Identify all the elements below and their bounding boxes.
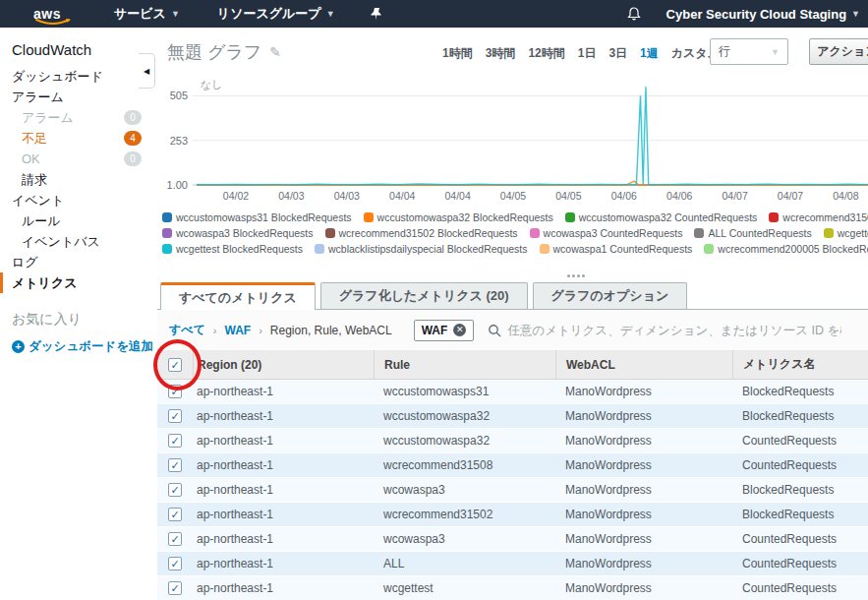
sidebar-item-請求[interactable]: 請求	[0, 169, 157, 190]
svg-text:04/06: 04/06	[666, 190, 692, 202]
table-row[interactable]: ✓ap-northeast-1wccustomowaspa32ManoWordp…	[157, 429, 868, 453]
sidebar-item-ログ[interactable]: ログ	[0, 252, 157, 272]
row-checkbox[interactable]: ✓	[168, 581, 182, 595]
panel-resize-handle[interactable]	[564, 272, 588, 278]
cell-region: ap-northeast-1	[193, 458, 374, 472]
breadcrumb-all[interactable]: すべて	[169, 322, 205, 338]
row-checkbox-cell: ✓	[157, 557, 193, 570]
time-range-1日[interactable]: 1日	[578, 45, 597, 62]
account-menu[interactable]: Cyber Security Cloud Staging ▼	[666, 7, 860, 22]
sidebar-item-ダッシュボード[interactable]: ダッシュボード	[0, 66, 157, 87]
column-header-metric-name[interactable]: メトリクス名	[732, 350, 868, 380]
table-row[interactable]: ✓ap-northeast-1wcrecommend31508ManoWordp…	[157, 453, 868, 478]
legend-row: wcgettest BlockedRequestswcblacklistipsd…	[162, 241, 868, 257]
time-range-1週[interactable]: 1週	[640, 45, 659, 62]
legend-item[interactable]: wccustomowaspa32 CountedRequests	[565, 211, 758, 223]
add-dashboard-link[interactable]: + ダッシュボードを追加	[0, 338, 157, 355]
table-row[interactable]: ✓ap-northeast-1ALLManoWordpressCountedRe…	[157, 552, 868, 576]
legend-item[interactable]: wccustomowaspa32 BlockedRequests	[364, 211, 553, 223]
tab-グラフ化したメトリクス (20)[interactable]: グラフ化したメトリクス (20)	[320, 282, 528, 309]
waf-filter-tag[interactable]: WAF ✕	[414, 320, 475, 341]
select-all-checkbox[interactable]: ✓	[168, 358, 182, 372]
pin-icon[interactable]	[371, 8, 381, 21]
legend-item[interactable]: wccustomowasps31 BlockedRequests	[162, 211, 352, 223]
sidebar-collapse-button[interactable]: ◀	[139, 53, 155, 89]
legend-label: wcrecommend31502 BlockedRequests	[339, 227, 518, 239]
legend-item[interactable]: wcowaspa3 BlockedRequests	[162, 227, 314, 239]
row-checkbox-cell: ✓	[157, 409, 193, 423]
sidebar-item-イベント[interactable]: イベント	[0, 190, 157, 210]
legend-item[interactable]: wcowaspa3 CountedRequests	[530, 227, 683, 239]
breadcrumb-waf[interactable]: WAF	[225, 324, 252, 337]
legend-color-swatch	[162, 212, 172, 222]
sidebar-item-OK[interactable]: OK0	[0, 149, 157, 169]
row-checkbox[interactable]: ✓	[168, 434, 182, 448]
tab-グラフのオプション[interactable]: グラフのオプション	[533, 282, 688, 309]
tab-すべてのメトリクス[interactable]: すべてのメトリクス	[160, 282, 316, 310]
time-range-3日[interactable]: 3日	[608, 45, 627, 62]
row-checkbox[interactable]: ✓	[168, 458, 182, 472]
row-checkbox[interactable]: ✓	[168, 409, 182, 423]
remove-filter-icon[interactable]: ✕	[453, 324, 466, 336]
cell-region: ap-northeast-1	[193, 581, 374, 595]
legend-item[interactable]: wcblacklistipsdailyspecial BlockedReques…	[315, 243, 528, 255]
sidebar-item-アラーム[interactable]: アラーム0	[0, 107, 157, 128]
legend-label: wccustomowasps31 BlockedRequests	[176, 211, 352, 223]
svg-text:04/07: 04/07	[778, 190, 803, 202]
row-checkbox[interactable]: ✓	[168, 508, 182, 521]
legend-item[interactable]: wcrecommend200005 BlockedRequests	[704, 243, 868, 255]
sidebar-item-アラーム[interactable]: アラーム	[0, 87, 157, 107]
column-header-region[interactable]: Region (20)	[193, 350, 374, 380]
table-row[interactable]: ✓ap-northeast-1wccustomowaspa32ManoWordp…	[157, 404, 868, 429]
row-checkbox-cell: ✓	[157, 483, 193, 497]
sidebar-item-イベントバス[interactable]: イベントバス	[0, 231, 157, 252]
time-range-1時間[interactable]: 1時間	[442, 45, 473, 62]
edit-pencil-icon[interactable]: ✎	[269, 44, 281, 60]
column-header-webacl[interactable]: WebACL	[555, 350, 732, 380]
column-header-rule[interactable]: Rule	[374, 350, 555, 380]
sidebar-item-メトリクス[interactable]: メトリクス	[0, 272, 157, 293]
legend-label: wcrecommend200005 BlockedRequests	[718, 243, 868, 255]
sidebar-item-label: アラーム	[12, 89, 64, 106]
row-checkbox[interactable]: ✓	[168, 385, 182, 398]
account-name: Cyber Security Cloud Staging	[666, 7, 846, 22]
legend-row: wccustomowasps31 BlockedRequestswccustom…	[162, 210, 868, 225]
table-row[interactable]: ✓ap-northeast-1wcowaspa3ManoWordpressCou…	[157, 527, 868, 552]
table-row[interactable]: ✓ap-northeast-1wcowaspa3ManoWordpressBlo…	[157, 478, 868, 503]
graph-view-select[interactable]: 行 ▼	[710, 38, 788, 65]
metrics-chart[interactable]: 1.00253505なし04/0204/0304/0304/0404/0404/…	[157, 71, 868, 206]
aws-logo[interactable]: aws	[33, 6, 77, 22]
nav-services[interactable]: サービス ▼	[114, 5, 180, 23]
svg-text:04/03: 04/03	[334, 190, 360, 202]
actions-button[interactable]: アクション	[809, 38, 868, 65]
legend-item[interactable]: wcrecommend31508 CountedRequests	[769, 211, 868, 223]
legend-item[interactable]: ALL CountedRequests	[694, 227, 811, 239]
time-range-12時間[interactable]: 12時間	[528, 45, 564, 62]
notifications-bell-icon[interactable]	[627, 7, 641, 22]
row-checkbox[interactable]: ✓	[168, 483, 182, 497]
table-row[interactable]: ✓ap-northeast-1wcgettestManoWordpressCou…	[157, 576, 868, 600]
legend-item[interactable]: wcgettest BlockedRequests	[162, 243, 303, 255]
row-checkbox[interactable]: ✓	[168, 532, 182, 546]
sidebar-item-label: 不足	[22, 130, 47, 148]
waf-filter-label: WAF	[422, 324, 448, 337]
time-range-3時間[interactable]: 3時間	[486, 45, 516, 62]
count-badge: 4	[124, 131, 142, 146]
search-input[interactable]	[507, 324, 841, 337]
app-title[interactable]: CloudWatch	[0, 37, 157, 66]
row-checkbox-cell: ✓	[157, 434, 193, 448]
legend-item[interactable]: wcowaspa1 CountedRequests	[540, 243, 693, 255]
legend-item[interactable]: wcgettest CountedRequests	[824, 227, 868, 239]
row-checkbox[interactable]: ✓	[168, 557, 182, 570]
cell-metric-name: CountedRequests	[732, 434, 868, 448]
legend-label: wcgettest BlockedRequests	[176, 243, 303, 255]
legend-color-swatch	[704, 244, 714, 254]
legend-item[interactable]: wcrecommend31502 BlockedRequests	[325, 227, 518, 239]
sidebar-item-ルール[interactable]: ルール	[0, 210, 157, 231]
sidebar-item-不足[interactable]: 不足4	[0, 128, 157, 149]
nav-resource-groups[interactable]: リソースグループ ▼	[217, 5, 335, 23]
table-row[interactable]: ✓ap-northeast-1wccustomowasps31ManoWordp…	[157, 380, 868, 404]
table-row[interactable]: ✓ap-northeast-1wcrecommend31502ManoWordp…	[157, 503, 868, 527]
legend-color-swatch	[530, 228, 540, 238]
svg-text:04/08: 04/08	[833, 190, 858, 202]
